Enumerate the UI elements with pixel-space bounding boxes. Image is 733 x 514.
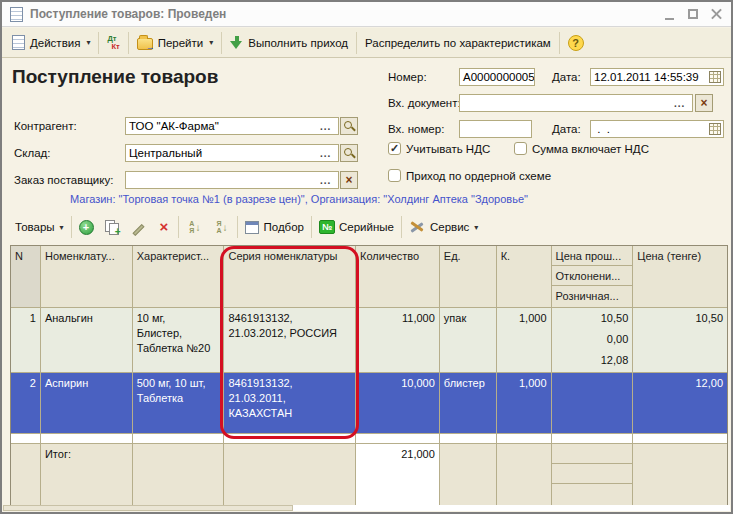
- actions-label: Действия: [30, 37, 80, 49]
- serial-numbers-button[interactable]: № Серийные: [314, 218, 399, 236]
- cell-unit[interactable]: блистер: [440, 373, 497, 434]
- post-receipt-button[interactable]: Выполнить приход: [224, 33, 354, 53]
- service-menu-button[interactable]: Сервис ▾: [404, 218, 483, 236]
- distribute-button[interactable]: Распределить по характеристикам: [359, 34, 557, 52]
- column-header-nomenclature[interactable]: Номенклату...: [41, 246, 133, 308]
- column-header-retail[interactable]: Розничная...: [552, 286, 633, 306]
- goto-button[interactable]: → Перейти ▾: [131, 32, 220, 53]
- cell-characteristic[interactable]: 10 мг, Блистер, Таблетка №20: [133, 308, 225, 373]
- cell-series[interactable]: 8461913132, 21.03.2011, КАЗАХСТАН: [224, 373, 356, 434]
- table-row[interactable]: 1 Анальгин 10 мг, Блистер, Таблетка №20 …: [11, 308, 727, 373]
- sort-desc-icon: ЯА ↓: [213, 220, 230, 234]
- sort-asc-icon: АЯ ↓: [186, 220, 203, 234]
- cell-nomenclature[interactable]: Анальгин: [41, 308, 133, 373]
- cell-row-number[interactable]: 2: [11, 373, 41, 434]
- column-header-characteristic[interactable]: Характерист...: [133, 246, 225, 308]
- cell-price-group[interactable]: 10,50 0,00 12,08: [552, 308, 634, 373]
- incoming-doc-label: Вх. документ:: [388, 97, 461, 109]
- cell-k[interactable]: 1,000: [497, 308, 552, 373]
- podbor-button[interactable]: Подбор: [240, 219, 309, 236]
- maximize-button[interactable]: [687, 8, 700, 21]
- toolbar-separator: [178, 216, 179, 238]
- delete-icon: ×: [157, 220, 172, 234]
- cell-price-group[interactable]: [552, 373, 634, 434]
- cell-row-number[interactable]: 1: [11, 308, 41, 373]
- actions-button[interactable]: Действия ▾: [6, 32, 96, 53]
- column-header-unit[interactable]: Ед.: [440, 246, 497, 308]
- cell-price-prev[interactable]: [552, 373, 633, 394]
- cell-retail[interactable]: [552, 415, 633, 434]
- horizontal-scrollbar-thumb[interactable]: [3, 505, 293, 511]
- toolbar-separator: [311, 216, 312, 238]
- toolbar-separator: [128, 32, 129, 54]
- supplier-order-clear-button[interactable]: ×: [340, 171, 358, 189]
- main-toolbar: Действия ▾ Дт Кт → Перейти ▾ Выполнить п…: [2, 28, 731, 58]
- column-header-price-prev[interactable]: Цена прош...: [552, 246, 633, 266]
- selection-form-icon: [245, 221, 259, 234]
- table-total-row: Итог: 21,000: [11, 444, 727, 507]
- postings-button[interactable]: Дт Кт: [101, 32, 125, 54]
- column-header-series[interactable]: Серия номенклатуры: [224, 246, 356, 308]
- counterparty-field[interactable]: ТОО "АК-Фарма": [125, 117, 339, 135]
- column-header-quantity[interactable]: Количество: [356, 246, 440, 308]
- incoming-doc-field[interactable]: [459, 94, 693, 112]
- cell-price-prev[interactable]: 10,50: [552, 308, 633, 329]
- date-picker-button[interactable]: [707, 69, 723, 85]
- column-header-price-tenge[interactable]: Цена (тенге): [633, 246, 727, 308]
- tovary-menu-button[interactable]: Товары ▾: [10, 219, 69, 235]
- cell-price-tenge[interactable]: 12,00: [633, 373, 727, 434]
- number-field[interactable]: А0000000005: [459, 68, 535, 86]
- cell-price-tenge[interactable]: 10,50: [633, 308, 727, 373]
- service-label: Сервис: [430, 221, 469, 233]
- cell-quantity[interactable]: 10,000: [356, 373, 440, 434]
- edit-row-button[interactable]: [125, 221, 152, 234]
- column-header-deviation[interactable]: Отклонени...: [552, 266, 633, 286]
- add-row-button[interactable]: +: [74, 218, 99, 237]
- supplier-order-field[interactable]: [125, 171, 339, 189]
- toolbar-separator: [221, 32, 222, 54]
- clear-icon: ×: [700, 97, 707, 109]
- counterparty-search-button[interactable]: [340, 117, 358, 135]
- number-label: Номер:: [388, 71, 427, 83]
- folder-arrow-icon: →: [137, 38, 153, 50]
- cell-k[interactable]: 1,000: [497, 373, 552, 434]
- delete-row-button[interactable]: ×: [152, 218, 177, 236]
- cell-series[interactable]: 8461913132, 21.03.2012, РОССИЯ: [224, 308, 356, 373]
- toolbar-separator: [559, 32, 560, 54]
- column-header-n[interactable]: N: [11, 246, 41, 308]
- close-button[interactable]: [710, 8, 723, 21]
- cell-quantity[interactable]: 11,000: [356, 308, 440, 373]
- pencil-icon: [132, 223, 144, 235]
- cell-nomenclature[interactable]: Аспирин: [41, 373, 133, 434]
- table-empty-row[interactable]: [11, 434, 727, 444]
- sort-descending-button[interactable]: ЯА ↓: [208, 218, 235, 236]
- search-icon: [343, 147, 355, 159]
- incoming-doc-clear-button[interactable]: ×: [695, 94, 713, 112]
- help-icon: ?: [568, 35, 584, 51]
- column-header-price-group[interactable]: Цена прош... Отклонени... Розничная...: [552, 246, 634, 308]
- warehouse-field[interactable]: Центральный: [125, 144, 339, 162]
- date-field[interactable]: 12.01.2011 14:55:39: [590, 68, 724, 86]
- column-header-k[interactable]: К.: [497, 246, 552, 308]
- cell-unit[interactable]: упак: [440, 308, 497, 373]
- copy-row-button[interactable]: +: [99, 218, 125, 237]
- cell-retail[interactable]: 12,08: [552, 350, 633, 371]
- cell-characteristic[interactable]: 500 мг, 10 шт, Таблетка: [133, 373, 225, 434]
- cell-deviation[interactable]: [552, 394, 633, 415]
- cell-deviation[interactable]: 0,00: [552, 329, 633, 350]
- chevron-down-icon: ▾: [86, 38, 90, 47]
- table-row-selected[interactable]: 2 Аспирин 500 мг, 10 шт, Таблетка 846191…: [11, 373, 727, 434]
- minimize-button[interactable]: [664, 8, 677, 21]
- warehouse-search-button[interactable]: [340, 144, 358, 162]
- help-button[interactable]: ?: [562, 32, 590, 54]
- counterparty-label: Контрагент:: [14, 120, 77, 132]
- horizontal-scrollbar[interactable]: [3, 505, 730, 511]
- tovary-label: Товары: [15, 221, 55, 233]
- podbor-label: Подбор: [263, 221, 304, 233]
- sort-ascending-button[interactable]: АЯ ↓: [181, 218, 208, 236]
- titlebar: Поступление товаров: Проведен: [2, 2, 731, 27]
- document-icon: [10, 7, 23, 22]
- date-label: Дата:: [552, 71, 581, 83]
- supplier-order-label: Заказ поставщику:: [14, 174, 113, 186]
- serial-number-icon: №: [319, 220, 335, 234]
